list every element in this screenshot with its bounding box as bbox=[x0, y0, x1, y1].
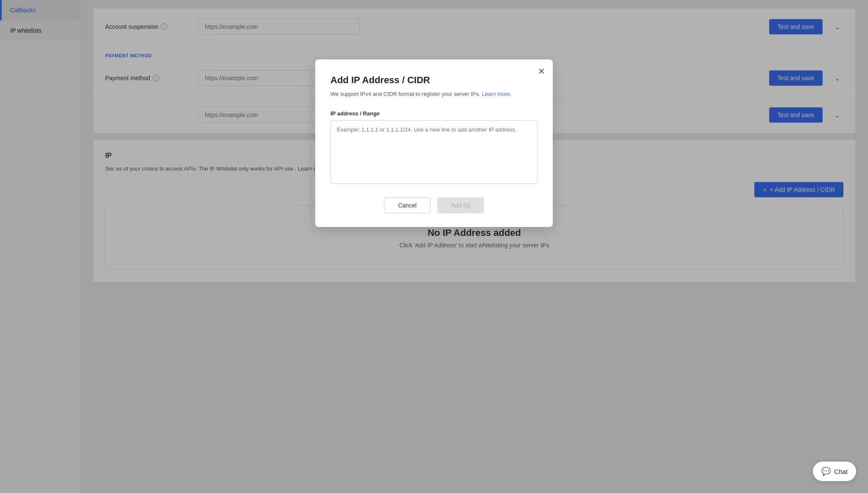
modal-overlay: ✕ Add IP Address / CIDR We support IPv4 … bbox=[0, 0, 868, 493]
modal-actions: Cancel Add (0) bbox=[330, 197, 538, 213]
modal-cancel-button[interactable]: Cancel bbox=[384, 197, 431, 213]
chat-icon: 💬 bbox=[821, 467, 831, 476]
modal-close-button[interactable]: ✕ bbox=[538, 67, 545, 76]
chat-button[interactable]: 💬 Chat bbox=[813, 462, 856, 481]
modal-desc: We support IPv4 and CIDR format to regis… bbox=[330, 90, 538, 98]
ip-range-label: IP address / Range bbox=[330, 110, 538, 117]
modal-add-button[interactable]: Add (0) bbox=[437, 197, 484, 213]
chat-label: Chat bbox=[834, 468, 848, 475]
add-ip-modal: ✕ Add IP Address / CIDR We support IPv4 … bbox=[315, 59, 553, 227]
modal-learn-more-link[interactable]: Learn more. bbox=[482, 91, 512, 97]
ip-range-textarea[interactable] bbox=[330, 120, 538, 184]
modal-title: Add IP Address / CIDR bbox=[330, 75, 538, 86]
